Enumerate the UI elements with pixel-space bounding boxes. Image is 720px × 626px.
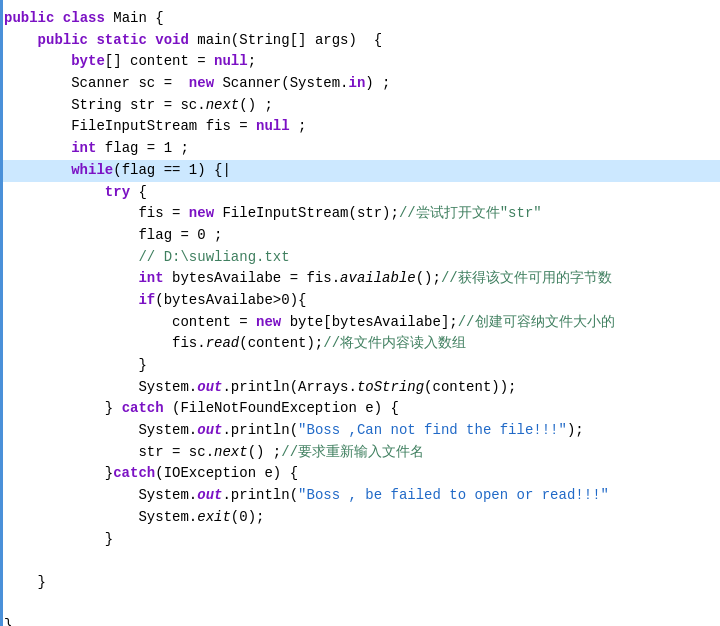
token: //要求重新输入文件名 bbox=[281, 444, 424, 460]
token: .println(Arrays. bbox=[222, 379, 356, 395]
code-line-14: content = new byte[bytesAvailabe];//创建可容… bbox=[0, 312, 720, 334]
code-line-22: System.out.println("Boss , be failed to … bbox=[0, 485, 720, 507]
token bbox=[4, 270, 138, 286]
token: flag = 1 ; bbox=[96, 140, 188, 156]
token: str = sc. bbox=[4, 444, 214, 460]
token: toString bbox=[357, 379, 424, 395]
token: } bbox=[4, 465, 113, 481]
token: byte[bytesAvailabe]; bbox=[281, 314, 457, 330]
code-line-21: }catch(IOException e) { bbox=[0, 463, 720, 485]
token: int bbox=[138, 270, 163, 286]
token: new bbox=[256, 314, 281, 330]
line-content-28: } bbox=[4, 615, 12, 626]
line-content-19: System.out.println("Boss ,Can not find t… bbox=[4, 420, 584, 442]
token bbox=[4, 249, 138, 265]
token: read bbox=[206, 335, 240, 351]
code-line-17: System.out.println(Arrays.toString(conte… bbox=[0, 377, 720, 399]
line-content-4: String str = sc.next() ; bbox=[4, 95, 273, 117]
token: Scanner(System. bbox=[214, 75, 348, 91]
code-line-1: public static void main(String[] args) { bbox=[0, 30, 720, 52]
token: "Boss ,Can not find the file!!!" bbox=[298, 422, 567, 438]
token bbox=[4, 162, 71, 178]
code-line-28: } bbox=[0, 615, 720, 626]
token: fis = bbox=[4, 205, 189, 221]
token: next bbox=[214, 444, 248, 460]
token: try bbox=[105, 184, 130, 200]
line-content-22: System.out.println("Boss , be failed to … bbox=[4, 485, 609, 507]
token: () ; bbox=[239, 97, 273, 113]
token: new bbox=[189, 75, 214, 91]
code-line-16: } bbox=[0, 355, 720, 377]
token: } bbox=[4, 617, 12, 626]
token: main(String[] args) { bbox=[189, 32, 382, 48]
token: (); bbox=[416, 270, 441, 286]
token: next bbox=[206, 97, 240, 113]
token: System. bbox=[4, 509, 197, 525]
code-line-5: FileInputStream fis = null ; bbox=[0, 116, 720, 138]
token: ; bbox=[290, 118, 307, 134]
token: public bbox=[4, 32, 88, 48]
token: ) ; bbox=[365, 75, 390, 91]
line-content-13: if(bytesAvailabe>0){ bbox=[4, 290, 306, 312]
token: System. bbox=[4, 487, 197, 503]
code-line-23: System.exit(0); bbox=[0, 507, 720, 529]
token: } bbox=[4, 357, 147, 373]
line-content-26: } bbox=[4, 572, 46, 594]
token bbox=[4, 292, 138, 308]
code-line-13: if(bytesAvailabe>0){ bbox=[0, 290, 720, 312]
line-content-18: } catch (FileNotFoundException e) { bbox=[4, 398, 399, 420]
code-line-19: System.out.println("Boss ,Can not find t… bbox=[0, 420, 720, 442]
code-line-11: // D:\suwliang.txt bbox=[0, 247, 720, 269]
code-line-20: str = sc.next() ;//要求重新输入文件名 bbox=[0, 442, 720, 464]
code-line-9: fis = new FileInputStream(str);//尝试打开文件"… bbox=[0, 203, 720, 225]
token: int bbox=[71, 140, 96, 156]
token: (flag == 1) {| bbox=[113, 162, 231, 178]
token: System. bbox=[4, 422, 197, 438]
token bbox=[147, 32, 155, 48]
line-content-9: fis = new FileInputStream(str);//尝试打开文件"… bbox=[4, 203, 542, 225]
token: //获得该文件可用的字节数 bbox=[441, 270, 612, 286]
line-content-8: try { bbox=[4, 182, 147, 204]
token: //尝试打开文件"str" bbox=[399, 205, 542, 221]
token: null bbox=[256, 118, 290, 134]
code-line-12: int bytesAvailabe = fis.available();//获得… bbox=[0, 268, 720, 290]
token: while bbox=[71, 162, 113, 178]
token: Main { bbox=[105, 10, 164, 26]
token: out bbox=[197, 422, 222, 438]
token: catch bbox=[113, 465, 155, 481]
token: flag = 0 ; bbox=[4, 227, 222, 243]
token: ; bbox=[248, 53, 256, 69]
line-content-15: fis.read(content);//将文件内容读入数组 bbox=[4, 333, 466, 355]
line-content-24: } bbox=[4, 529, 113, 551]
line-content-0: public class Main { bbox=[4, 8, 164, 30]
token: //创建可容纳文件大小的 bbox=[458, 314, 615, 330]
token: System. bbox=[4, 379, 197, 395]
token: null bbox=[214, 53, 248, 69]
token: out bbox=[197, 379, 222, 395]
code-line-27 bbox=[0, 593, 720, 615]
token: [] content = bbox=[105, 53, 214, 69]
token: content = bbox=[4, 314, 256, 330]
token: (IOException e) { bbox=[155, 465, 298, 481]
code-line-10: flag = 0 ; bbox=[0, 225, 720, 247]
token: .println( bbox=[222, 422, 298, 438]
code-line-3: Scanner sc = new Scanner(System.in) ; bbox=[0, 73, 720, 95]
token: (content); bbox=[239, 335, 323, 351]
line-content-14: content = new byte[bytesAvailabe];//创建可容… bbox=[4, 312, 615, 334]
line-content-2: byte[] content = null; bbox=[4, 51, 256, 73]
line-content-10: flag = 0 ; bbox=[4, 225, 222, 247]
line-content-6: int flag = 1 ; bbox=[4, 138, 189, 160]
line-content-12: int bytesAvailabe = fis.available();//获得… bbox=[4, 268, 612, 290]
token: void bbox=[155, 32, 189, 48]
token: () ; bbox=[248, 444, 282, 460]
token: exit bbox=[197, 509, 231, 525]
token: } bbox=[4, 531, 113, 547]
token bbox=[4, 184, 105, 200]
token: FileInputStream(str); bbox=[214, 205, 399, 221]
token: byte bbox=[4, 53, 105, 69]
token: (0); bbox=[231, 509, 265, 525]
code-line-0: public class Main { bbox=[0, 8, 720, 30]
code-line-25 bbox=[0, 550, 720, 572]
left-accent-bar bbox=[0, 0, 3, 626]
line-content-7: while(flag == 1) {| bbox=[4, 160, 231, 182]
